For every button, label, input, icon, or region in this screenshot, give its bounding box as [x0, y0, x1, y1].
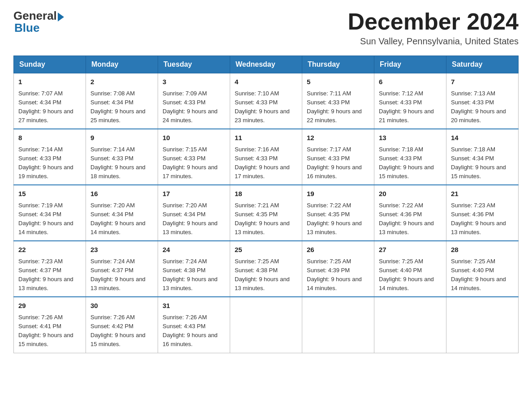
table-row: 15 Sunrise: 7:19 AMSunset: 4:34 PMDaylig…: [14, 185, 86, 241]
table-row: 29 Sunrise: 7:26 AMSunset: 4:41 PMDaylig…: [14, 297, 86, 353]
table-row: 5 Sunrise: 7:11 AMSunset: 4:33 PMDayligh…: [302, 73, 374, 129]
calendar-table: Sunday Monday Tuesday Wednesday Thursday…: [13, 56, 519, 353]
table-row: 14 Sunrise: 7:18 AMSunset: 4:34 PMDaylig…: [446, 129, 519, 185]
day-info: Sunrise: 7:09 AMSunset: 4:33 PMDaylight:…: [163, 90, 218, 124]
table-row: 12 Sunrise: 7:17 AMSunset: 4:33 PMDaylig…: [302, 129, 374, 185]
table-row: 28 Sunrise: 7:25 AMSunset: 4:40 PMDaylig…: [446, 241, 519, 297]
day-info: Sunrise: 7:11 AMSunset: 4:33 PMDaylight:…: [307, 90, 362, 124]
day-number: 14: [451, 133, 514, 143]
day-info: Sunrise: 7:17 AMSunset: 4:33 PMDaylight:…: [307, 146, 362, 180]
day-info: Sunrise: 7:25 AMSunset: 4:39 PMDaylight:…: [307, 258, 362, 291]
header-tuesday: Tuesday: [158, 56, 230, 73]
day-number: 9: [90, 133, 153, 143]
day-number: 19: [307, 189, 369, 199]
table-row: 3 Sunrise: 7:09 AMSunset: 4:33 PMDayligh…: [158, 73, 230, 129]
day-info: Sunrise: 7:24 AMSunset: 4:38 PMDaylight:…: [163, 258, 218, 291]
table-row: 19 Sunrise: 7:22 AMSunset: 4:35 PMDaylig…: [302, 185, 374, 241]
logo: General Blue: [13, 9, 64, 35]
day-number: 15: [18, 189, 81, 199]
table-row: 10 Sunrise: 7:15 AMSunset: 4:33 PMDaylig…: [158, 129, 230, 185]
day-number: 25: [235, 245, 297, 255]
day-number: 6: [379, 77, 442, 87]
day-info: Sunrise: 7:18 AMSunset: 4:34 PMDaylight:…: [451, 146, 506, 180]
day-info: Sunrise: 7:18 AMSunset: 4:33 PMDaylight:…: [379, 146, 434, 180]
day-info: Sunrise: 7:26 AMSunset: 4:41 PMDaylight:…: [18, 314, 73, 347]
title-section: December 2024 Sun Valley, Pennsylvania, …: [348, 9, 519, 47]
day-info: Sunrise: 7:26 AMSunset: 4:43 PMDaylight:…: [163, 314, 218, 347]
day-number: 17: [163, 189, 225, 199]
day-info: Sunrise: 7:19 AMSunset: 4:34 PMDaylight:…: [18, 202, 73, 235]
table-row: 1 Sunrise: 7:07 AMSunset: 4:34 PMDayligh…: [14, 73, 86, 129]
table-row: [230, 297, 302, 353]
logo-blue-text: Blue: [13, 21, 39, 35]
day-number: 20: [379, 189, 442, 199]
day-info: Sunrise: 7:25 AMSunset: 4:38 PMDaylight:…: [235, 258, 290, 291]
day-info: Sunrise: 7:14 AMSunset: 4:33 PMDaylight:…: [90, 146, 146, 180]
day-number: 29: [18, 301, 81, 311]
header-sunday: Sunday: [14, 56, 86, 73]
header-saturday: Saturday: [446, 56, 519, 73]
day-number: 22: [18, 245, 81, 255]
day-number: 8: [18, 133, 81, 143]
table-row: 24 Sunrise: 7:24 AMSunset: 4:38 PMDaylig…: [158, 241, 230, 297]
day-info: Sunrise: 7:25 AMSunset: 4:40 PMDaylight:…: [451, 258, 506, 291]
table-row: 18 Sunrise: 7:21 AMSunset: 4:35 PMDaylig…: [230, 185, 302, 241]
day-number: 4: [235, 77, 297, 87]
day-number: 1: [18, 77, 81, 87]
day-info: Sunrise: 7:10 AMSunset: 4:33 PMDaylight:…: [235, 90, 290, 124]
table-row: 25 Sunrise: 7:25 AMSunset: 4:38 PMDaylig…: [230, 241, 302, 297]
table-row: [374, 297, 446, 353]
table-row: 21 Sunrise: 7:23 AMSunset: 4:36 PMDaylig…: [446, 185, 519, 241]
day-info: Sunrise: 7:21 AMSunset: 4:35 PMDaylight:…: [235, 202, 290, 235]
table-row: 4 Sunrise: 7:10 AMSunset: 4:33 PMDayligh…: [230, 73, 302, 129]
table-row: 8 Sunrise: 7:14 AMSunset: 4:33 PMDayligh…: [14, 129, 86, 185]
table-row: 23 Sunrise: 7:24 AMSunset: 4:37 PMDaylig…: [86, 241, 158, 297]
table-row: [446, 297, 519, 353]
day-info: Sunrise: 7:15 AMSunset: 4:33 PMDaylight:…: [163, 146, 218, 180]
header-friday: Friday: [374, 56, 446, 73]
table-row: 22 Sunrise: 7:23 AMSunset: 4:37 PMDaylig…: [14, 241, 86, 297]
day-info: Sunrise: 7:16 AMSunset: 4:33 PMDaylight:…: [235, 146, 290, 180]
calendar-week-row: 29 Sunrise: 7:26 AMSunset: 4:41 PMDaylig…: [14, 297, 519, 353]
table-row: 27 Sunrise: 7:25 AMSunset: 4:40 PMDaylig…: [374, 241, 446, 297]
day-number: 28: [451, 245, 514, 255]
table-row: 26 Sunrise: 7:25 AMSunset: 4:39 PMDaylig…: [302, 241, 374, 297]
day-info: Sunrise: 7:20 AMSunset: 4:34 PMDaylight:…: [163, 202, 218, 235]
header-monday: Monday: [86, 56, 158, 73]
header-thursday: Thursday: [302, 56, 374, 73]
table-row: 20 Sunrise: 7:22 AMSunset: 4:36 PMDaylig…: [374, 185, 446, 241]
day-number: 12: [307, 133, 369, 143]
day-info: Sunrise: 7:25 AMSunset: 4:40 PMDaylight:…: [379, 258, 434, 291]
day-number: 10: [163, 133, 225, 143]
day-info: Sunrise: 7:13 AMSunset: 4:33 PMDaylight:…: [451, 90, 506, 124]
page-header: General Blue December 2024 Sun Valley, P…: [13, 9, 519, 47]
table-row: 31 Sunrise: 7:26 AMSunset: 4:43 PMDaylig…: [158, 297, 230, 353]
table-row: 6 Sunrise: 7:12 AMSunset: 4:33 PMDayligh…: [374, 73, 446, 129]
day-info: Sunrise: 7:22 AMSunset: 4:35 PMDaylight:…: [307, 202, 362, 235]
day-info: Sunrise: 7:23 AMSunset: 4:36 PMDaylight:…: [451, 202, 506, 235]
logo-arrow-icon: [58, 13, 64, 21]
table-row: 30 Sunrise: 7:26 AMSunset: 4:42 PMDaylig…: [86, 297, 158, 353]
table-row: 7 Sunrise: 7:13 AMSunset: 4:33 PMDayligh…: [446, 73, 519, 129]
day-info: Sunrise: 7:12 AMSunset: 4:33 PMDaylight:…: [379, 90, 434, 124]
day-number: 2: [90, 77, 153, 87]
day-number: 13: [379, 133, 442, 143]
day-number: 21: [451, 189, 514, 199]
day-number: 31: [163, 301, 225, 311]
calendar-header-row: Sunday Monday Tuesday Wednesday Thursday…: [14, 56, 519, 73]
day-info: Sunrise: 7:20 AMSunset: 4:34 PMDaylight:…: [90, 202, 146, 235]
calendar-week-row: 8 Sunrise: 7:14 AMSunset: 4:33 PMDayligh…: [14, 129, 519, 185]
table-row: [302, 297, 374, 353]
day-info: Sunrise: 7:23 AMSunset: 4:37 PMDaylight:…: [18, 258, 73, 291]
day-info: Sunrise: 7:07 AMSunset: 4:34 PMDaylight:…: [18, 90, 73, 124]
day-number: 27: [379, 245, 442, 255]
calendar-week-row: 15 Sunrise: 7:19 AMSunset: 4:34 PMDaylig…: [14, 185, 519, 241]
table-row: 17 Sunrise: 7:20 AMSunset: 4:34 PMDaylig…: [158, 185, 230, 241]
day-number: 23: [90, 245, 153, 255]
day-number: 26: [307, 245, 369, 255]
day-info: Sunrise: 7:22 AMSunset: 4:36 PMDaylight:…: [379, 202, 434, 235]
day-info: Sunrise: 7:24 AMSunset: 4:37 PMDaylight:…: [90, 258, 146, 291]
day-number: 18: [235, 189, 297, 199]
header-wednesday: Wednesday: [230, 56, 302, 73]
table-row: 13 Sunrise: 7:18 AMSunset: 4:33 PMDaylig…: [374, 129, 446, 185]
